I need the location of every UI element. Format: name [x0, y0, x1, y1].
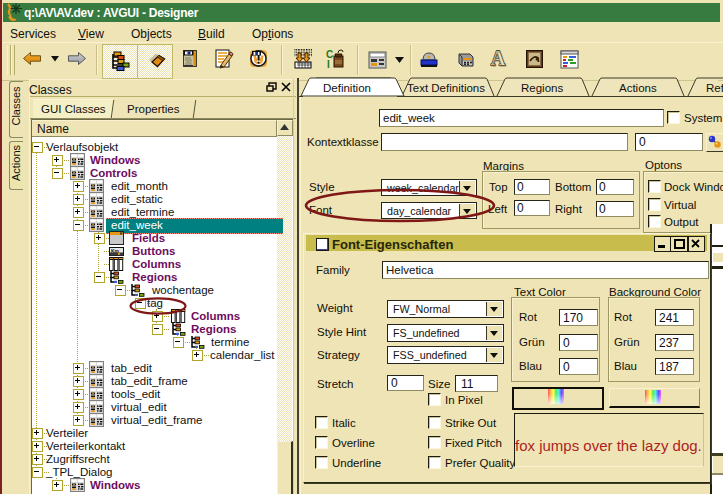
- svg-text:I: I: [327, 59, 330, 69]
- svg-text:A: A: [492, 48, 507, 69]
- svg-text:Km: Km: [111, 248, 120, 254]
